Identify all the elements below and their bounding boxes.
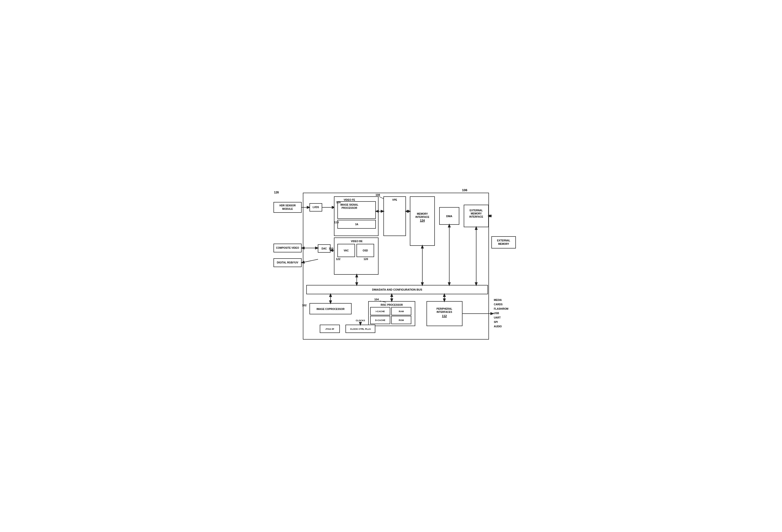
diagram-container: 106 HDR SENSOR MODULE 126 COMPOSITE VIDE… — [274, 183, 508, 349]
outer-box — [303, 193, 489, 340]
peripheral-labels: MEDIA CARDS FLASH/ROM USB UART SPI AUDIO — [494, 298, 508, 329]
uart-label: UART — [494, 316, 508, 320]
audio-label: AUDIO — [494, 324, 508, 329]
media-cards-label2: CARDS — [494, 303, 508, 307]
usb-label: USB — [494, 311, 508, 316]
flash-rom-label: FLASH/ROM — [494, 307, 508, 311]
ref-126: 126 — [274, 191, 279, 194]
ref-106: 106 — [462, 188, 467, 192]
digital-rgb: DIGITAL RGB/YUV — [274, 258, 301, 267]
hdr-sensor-module: HDR SENSOR MODULE — [274, 202, 301, 213]
external-memory: EXTERNAL MEMORY — [491, 236, 516, 248]
spi-label: SPI — [494, 320, 508, 324]
media-cards-label: MEDIA — [494, 298, 508, 303]
composite-video: COMPOSITE VIDEO — [274, 244, 301, 252]
